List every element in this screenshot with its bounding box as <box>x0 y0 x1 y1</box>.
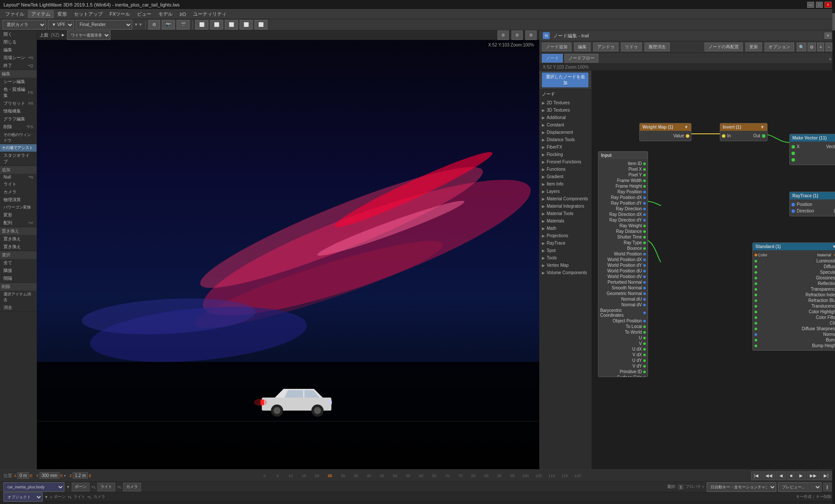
node-options-btn[interactable]: オプション <box>765 43 794 51</box>
p-obj-pos[interactable] <box>643 320 646 322</box>
node-add-btn[interactable]: ノード追加 <box>542 43 571 51</box>
p-frame-width[interactable] <box>643 179 646 182</box>
render-select[interactable]: Final_Render <box>76 20 132 30</box>
p-geom[interactable] <box>643 292 646 295</box>
p-ray-dir[interactable] <box>643 208 646 210</box>
camera-btn[interactable]: カメラ <box>123 483 141 491</box>
sidebar-adjacent[interactable]: 隣接 <box>0 267 37 275</box>
p-shutter[interactable] <box>643 236 646 239</box>
make-vector-node[interactable]: Make Vector (11) ▼ X Vector <box>789 134 835 165</box>
std-bump-port[interactable] <box>755 339 757 342</box>
p-bary[interactable] <box>643 312 646 314</box>
std-refr-blur-port[interactable] <box>755 299 757 302</box>
p-to-world[interactable] <box>643 331 646 334</box>
p-ray-dist[interactable] <box>643 230 646 233</box>
node-item-tools[interactable]: ▶ Tools <box>539 254 591 262</box>
mv-x-port[interactable] <box>792 145 795 149</box>
sidebar-edit[interactable]: 編集 <box>0 46 37 54</box>
standard-arrow[interactable]: ▼ <box>832 244 835 249</box>
node-canvas[interactable]: Weight Map (1) ▼ Value Invert (1) <box>591 71 835 469</box>
add-node-btn[interactable]: 選択したノードを追加 <box>542 73 588 87</box>
node-item-raytrace[interactable]: ▶ RayTrace <box>539 239 591 247</box>
std-diff-port[interactable] <box>755 265 757 268</box>
viewport-btn3[interactable]: ⚙ <box>525 30 537 40</box>
view-btn4[interactable]: ⬜ <box>240 20 253 30</box>
mv-z-port[interactable] <box>792 158 795 162</box>
edit-header[interactable]: 編集 <box>0 70 37 78</box>
view-btn2[interactable]: ⬜ <box>210 20 223 30</box>
play-prev-btn[interactable]: ◀◀ <box>762 471 775 480</box>
node-editor-close[interactable]: ✕ <box>825 33 832 39</box>
p-prim-id[interactable] <box>643 371 646 373</box>
sidebar-interval[interactable]: 間隔 <box>0 275 37 282</box>
add-header[interactable]: 追加 <box>0 166 37 174</box>
p-v[interactable] <box>643 342 646 345</box>
menu-item[interactable]: アイテム <box>28 10 54 18</box>
replace-header[interactable]: 置き換え <box>0 227 37 235</box>
node-rearrange-btn[interactable]: ノードの再配置 <box>705 43 743 51</box>
std-gloss-port[interactable] <box>755 277 757 279</box>
node-item-item-info[interactable]: ▶ Item Info <box>539 180 591 188</box>
play-end-btn[interactable]: ▶| <box>821 471 832 480</box>
view-btn3[interactable]: ⬜ <box>225 20 238 30</box>
sidebar-info[interactable]: 情報構集 <box>0 107 37 115</box>
p-perturbed[interactable] <box>643 281 646 284</box>
node-item-flocking[interactable]: ▶ Flocking <box>539 151 591 158</box>
raytrace-node[interactable]: RayTrace (1) ▼ Position Color <box>789 192 835 216</box>
std-clip-port[interactable] <box>755 322 757 325</box>
node-item-2d-textures[interactable]: ▶ 2D Textures <box>539 99 591 106</box>
node-icon-btn3[interactable]: + <box>817 43 824 51</box>
std-transp-port[interactable] <box>755 288 757 291</box>
collapse-btn[interactable]: ▲ <box>828 56 832 61</box>
node-item-fiberfx[interactable]: ▶ FiberFX <box>539 143 591 151</box>
p-u[interactable] <box>643 337 646 339</box>
std-lum-port[interactable] <box>755 260 757 262</box>
motion-select[interactable]: 日自動キー・全モーションチャン... <box>707 482 776 492</box>
delete-header[interactable]: 削除 <box>0 283 37 291</box>
p-udy[interactable] <box>643 359 646 362</box>
bone-btn[interactable]: ボーン <box>72 483 90 491</box>
p-udx[interactable] <box>643 348 646 351</box>
node-item-3d-textures[interactable]: ▶ 3D Textures <box>539 106 591 114</box>
menu-io[interactable]: I/O <box>176 11 190 18</box>
std-color-in-port[interactable] <box>755 254 757 256</box>
p-bounce[interactable] <box>643 247 646 250</box>
p-normal-du[interactable] <box>643 298 646 301</box>
sidebar-replace2[interactable]: 置き換え <box>0 243 37 251</box>
p-ray-dir-dx[interactable] <box>643 213 646 216</box>
node-icon-btn2[interactable]: ⚙ <box>808 43 816 51</box>
p-to-local[interactable] <box>643 325 646 328</box>
x-label[interactable]: X <box>14 474 17 478</box>
display-mode-select[interactable]: ワイヤー遮面非表示 <box>67 30 110 40</box>
pause-btn[interactable]: ‖ <box>823 483 832 491</box>
menu-transform[interactable]: 変形 <box>54 10 70 18</box>
render-btn3[interactable]: 🎬 <box>177 20 190 30</box>
node-item-mat-comp[interactable]: ▶ Material Components <box>539 195 591 202</box>
sidebar-close[interactable]: 閉じる <box>0 38 37 46</box>
rt-direction-in-port[interactable] <box>792 209 795 213</box>
p-world-pos[interactable] <box>643 253 646 255</box>
node-icon-btn4[interactable]: − <box>825 43 832 51</box>
node-item-projections[interactable]: ▶ Projections <box>539 232 591 239</box>
sidebar-light[interactable]: ライト <box>0 180 37 188</box>
sidebar-array[interactable]: 配列+V <box>0 219 37 227</box>
p-item-id[interactable] <box>643 162 646 165</box>
y-label[interactable]: Y <box>36 474 39 478</box>
node-undo-btn[interactable]: アンドゥ <box>593 43 618 51</box>
rt-position-in-port[interactable] <box>792 203 795 206</box>
std-bump-height-port[interactable] <box>755 345 757 347</box>
sidebar-erase[interactable]: 消去 <box>0 304 37 312</box>
view-btn1[interactable]: ⬜ <box>195 20 208 30</box>
p-ray-weight[interactable] <box>643 225 646 227</box>
p-ray-pos-dy[interactable] <box>643 202 646 205</box>
std-trans-port[interactable] <box>755 305 757 308</box>
sidebar-delete-selected[interactable]: 選択アイテム消去 <box>0 291 37 304</box>
menu-model[interactable]: モデル <box>155 10 176 18</box>
weight-map-arrow[interactable]: ▼ <box>684 125 688 129</box>
std-spec-port[interactable] <box>755 271 757 274</box>
preview-select[interactable]: プレビュー... <box>778 482 822 492</box>
sidebar-all[interactable]: 全て <box>0 259 37 267</box>
node-item-math[interactable]: ▶ Math <box>539 225 591 232</box>
standard-node[interactable]: Standard (1) ▼ Color Material <box>752 242 835 351</box>
maximize-btn[interactable]: □ <box>816 2 823 8</box>
